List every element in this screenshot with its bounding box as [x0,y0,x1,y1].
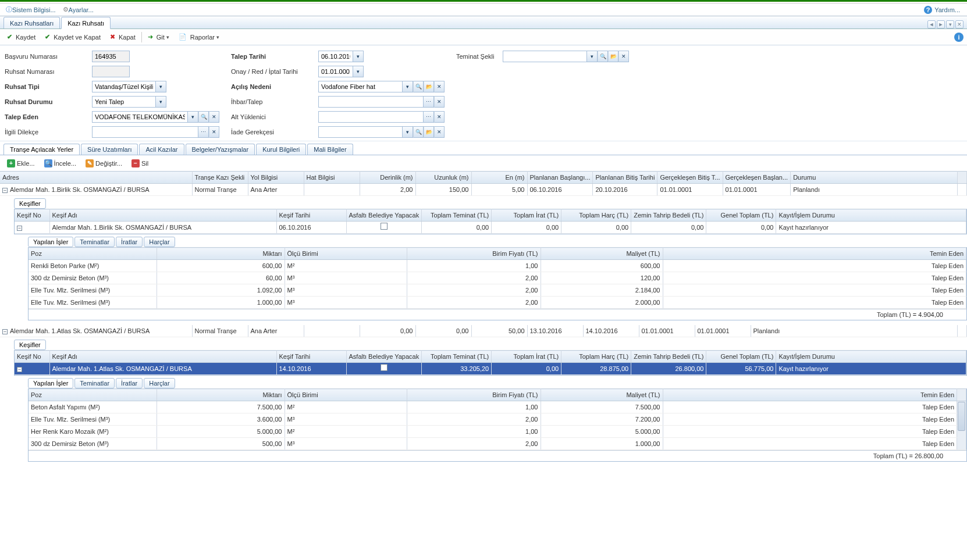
kcol-harc[interactable]: Toplam Harç (TL) [561,351,631,363]
table-row[interactable]: Renkli Beton Parke (M²)600,00M²1,00600,0… [29,260,966,272]
yaptab-harc[interactable]: Harçlar [144,378,175,388]
kcol-adi[interactable]: Keşif Adı [49,209,276,222]
degistir-button[interactable]: ✎Değiştir... [82,158,126,169]
kcol-harc[interactable]: Toplam Harç (TL) [561,209,631,222]
kcol-zemin[interactable]: Zemin Tahrip Bedeli (TL) [631,351,706,363]
lookup-icon[interactable]: ⋯ [424,96,434,108]
ruhsat-durumu-select[interactable] [92,96,156,108]
kcol-genel[interactable]: Genel Toplam (TL) [706,351,776,363]
dropdown-icon[interactable]: ▾ [188,111,198,123]
kcol-irat[interactable]: Toplam İrat (TL) [492,351,561,363]
ruhsat-tipi-select[interactable] [92,81,156,92]
ycol-maliyet[interactable]: Maliyet (TL) [541,389,663,401]
col-kazi[interactable]: Tranşe Kazı Şekli [192,172,248,184]
ycol-miktar[interactable]: Miktarı [157,389,285,401]
search-icon[interactable]: 🔍 [598,51,608,62]
table-row[interactable]: − Alemdar Mah. 1.Birlik Sk. OSMANGAZİ / … [15,222,966,234]
collapse-icon[interactable]: − [17,226,22,231]
incele-button[interactable]: 🔍İncele... [41,158,80,169]
col-uzunluk[interactable]: Uzunluk (m) [415,172,471,184]
acilis-nedeni-field[interactable] [318,81,403,92]
dropdown-icon[interactable]: ▾ [156,96,166,108]
kesifler-tab[interactable]: Keşifler [14,198,46,209]
tab-list-icon[interactable]: ▾ [946,20,954,28]
clear-icon[interactable]: ✕ [434,126,445,138]
tab-scroll-left-icon[interactable]: ◄ [927,20,936,28]
kcol-teminat[interactable]: Toplam Teminat (TL) [422,209,492,222]
menu-ayarlar[interactable]: ⚙ Ayarlar... [59,6,97,13]
kaydet-button[interactable]: Kaydet [3,32,39,42]
table-row[interactable]: Elle Tuv. Mlz. Serilmesi (M³)1.092,00M³2… [29,284,966,297]
col-derinlik[interactable]: Derinlik (m) [360,172,415,184]
kcol-kayit[interactable]: Kayıt/İşlem Durumu [776,351,966,363]
yaptab-isler[interactable]: Yapılan İşler [28,237,73,247]
yaptab-teminat[interactable]: Teminatlar [74,378,115,388]
table-row[interactable]: −Alemdar Mah. 1.Atlas Sk. OSMANGAZİ / BU… [0,325,967,337]
table-row[interactable]: 300 dz Demirsiz Beton (M³)60,00M³2,00120… [29,272,966,284]
tab-scroll-right-icon[interactable]: ► [937,20,945,28]
subtab-sure[interactable]: Süre Uzatımları [81,144,138,155]
lookup-icon[interactable]: ⋯ [424,111,434,123]
kcol-genel[interactable]: Genel Toplam (TL) [706,209,776,222]
ycol-olcu[interactable]: Ölçü Birimi [285,248,407,260]
col-plan-bitis[interactable]: Planlanan Bitiş Tarihi [593,172,657,184]
alt-yuklenici-field[interactable] [318,111,424,123]
ycol-maliyet[interactable]: Maliyet (TL) [541,248,663,260]
teminat-sekli-field[interactable] [503,51,587,62]
clear-icon[interactable]: ✕ [209,111,219,123]
talep-eden-select[interactable] [92,111,188,123]
git-button[interactable]: Git [144,32,173,42]
clear-icon[interactable]: ✕ [209,126,219,138]
subtab-mali[interactable]: Mali Bilgiler [307,144,353,155]
calendar-icon[interactable]: ▾ [353,51,364,62]
collapse-icon[interactable]: − [17,367,22,372]
subtab-belgeler[interactable]: Belgeler/Yazışmalar [186,144,255,155]
kcol-kayit[interactable]: Kayıt/İşlem Durumu [776,209,966,222]
ycol-olcu[interactable]: Ölçü Birimi [285,389,407,401]
onay-tarihi-field[interactable] [318,66,353,77]
kapat-button[interactable]: Kapat [106,32,139,42]
yaptab-irat[interactable]: İratlar [116,237,143,247]
checkbox-icon[interactable] [381,223,387,230]
dropdown-icon[interactable]: ▾ [587,51,598,62]
table-row[interactable]: −Alemdar Mah. 1.Birlik Sk. OSMANGAZİ / B… [0,184,967,196]
info-button[interactable]: i [954,33,964,42]
yaptab-irat[interactable]: İratlar [116,378,143,388]
scrollbar[interactable] [958,402,965,431]
col-adres[interactable]: Adres [0,172,192,184]
dropdown-icon[interactable]: ▾ [403,126,413,138]
col-yol[interactable]: Yol Bilgisi [248,172,304,184]
col-durumu[interactable]: Durumu [791,172,958,184]
ycol-poz[interactable]: Poz [29,389,157,401]
tab-close-icon[interactable]: ✕ [955,20,964,28]
col-plan-basl[interactable]: Planlanan Başlangı... [527,172,593,184]
help-link[interactable]: ?Yardım... [924,6,960,14]
clear-icon[interactable]: ✕ [434,111,445,123]
talep-tarihi-field[interactable] [318,51,353,62]
kcol-teminat[interactable]: Toplam Teminat (TL) [422,351,492,363]
kcol-no[interactable]: Keşif No [15,351,49,363]
dropdown-icon[interactable]: ▾ [403,81,413,92]
tab-kazi-ruhsatlari[interactable]: Kazı Ruhsatları [3,17,60,28]
kcol-adi[interactable]: Keşif Adı [49,351,276,363]
kcol-tarih[interactable]: Keşif Tarihi [276,351,346,363]
ycol-birim[interactable]: Birim Fiyatı (TL) [407,248,541,260]
lookup-icon[interactable]: ⋯ [198,126,209,138]
kcol-asfalt[interactable]: Asfaltı Belediye Yapacak [346,351,422,363]
ekle-button[interactable]: +Ekle... [3,158,38,169]
kcol-tarih[interactable]: Keşif Tarihi [276,209,346,222]
ycol-poz[interactable]: Poz [29,248,157,260]
menu-sistem-bilgisi[interactable]: ⓘ Sistem Bilgisi... [2,5,59,14]
iade-gerekcesi-field[interactable] [318,126,403,138]
col-hat[interactable]: Hat Bilgisi [304,172,360,184]
search-icon[interactable]: 🔍 [413,81,424,92]
ihbar-talep-field[interactable] [318,96,424,108]
table-row[interactable]: Beton Asfalt Yapımı (M²)7.500,00M²1,007.… [29,401,966,413]
col-gerc-bitis[interactable]: Gerçekleşen Bitiş T... [657,172,723,184]
raporlar-button[interactable]: Raporlar [175,32,223,42]
col-en[interactable]: En (m) [471,172,527,184]
checkbox-icon[interactable] [381,364,387,371]
sil-button[interactable]: −Sil [128,158,152,169]
kcol-asfalt[interactable]: Asfaltı Belediye Yapacak [346,209,422,222]
clear-icon[interactable]: ✕ [434,96,445,108]
